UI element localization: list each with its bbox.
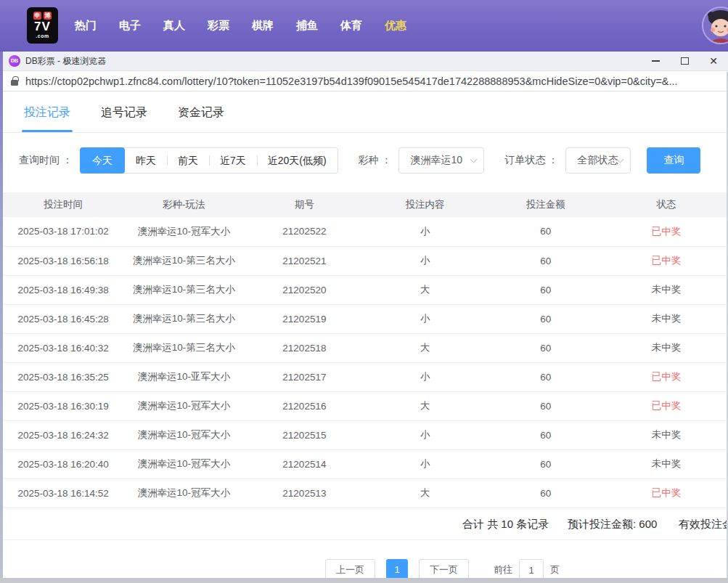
cell-bet-content: 小 — [364, 304, 485, 333]
cell-bet-content: 大 — [364, 478, 485, 507]
chevron-down-icon — [617, 155, 624, 163]
avatar-image — [703, 8, 728, 43]
cell-bet-content: 小 — [364, 420, 485, 449]
nav-item-优惠[interactable]: 优惠 — [385, 19, 406, 33]
cell-status: 未中奖 — [606, 333, 727, 362]
cell-bet-content: 大 — [364, 391, 485, 420]
tab-投注记录[interactable]: 投注记录 — [24, 91, 70, 133]
cell-bet-amount: 60 — [486, 333, 606, 362]
close-icon: ✕ — [709, 56, 718, 66]
maximize-button[interactable] — [670, 52, 699, 70]
status-filter-label: 订单状态 ： — [504, 154, 558, 167]
table-row: 2025-03-18 17:01:02澳洲幸运10-冠军大小21202522小6… — [3, 217, 727, 246]
cell-game-play: 澳洲幸运10-第三名大小 — [123, 304, 244, 333]
cell-game-play: 澳洲幸运10-冠军大小 — [123, 449, 244, 478]
site-logo[interactable]: 申 博 7V .com — [27, 7, 58, 44]
column-header-投注时间: 投注时间 — [3, 192, 123, 217]
summary-estimated-amount: 预计投注金额: 600 — [568, 518, 657, 531]
table-row: 2025-03-18 16:35:25澳洲幸运10-亚军大小21202517小6… — [3, 362, 727, 391]
table-row: 2025-03-18 16:24:32澳洲幸运10-冠军大小21202515小6… — [3, 420, 727, 449]
nav-item-彩票[interactable]: 彩票 — [208, 19, 229, 33]
nav-item-电子[interactable]: 电子 — [119, 19, 141, 33]
time-option-前天[interactable]: 前天 — [167, 148, 209, 173]
logo-badge-2: 博 — [44, 12, 52, 20]
bet-record-table: 投注时间彩种-玩法期号投注内容投注金额状态 2025-03-18 17:01:0… — [3, 192, 727, 508]
url-text[interactable]: https://ctop02pchwp1.zfnc84.com/lottery/… — [25, 76, 678, 87]
status-badge: 未中奖 — [652, 458, 682, 469]
cell-bet-time: 2025-03-18 16:40:32 — [3, 333, 123, 362]
window-controls: ✕ — [641, 52, 728, 70]
time-option-近20天(低频)[interactable]: 近20天(低频) — [257, 148, 338, 173]
tab-追号记录[interactable]: 追号记录 — [101, 91, 147, 133]
cell-bet-time: 2025-03-18 16:49:38 — [3, 275, 123, 304]
cell-bet-time: 2025-03-18 16:35:25 — [3, 362, 123, 391]
status-badge: 未中奖 — [652, 342, 682, 353]
summary-valid-amount: 有效投注金额 — [679, 518, 727, 531]
nav-item-捕鱼[interactable]: 捕鱼 — [296, 19, 318, 33]
nav-item-真人[interactable]: 真人 — [163, 19, 185, 33]
cell-issue-number: 21202516 — [244, 391, 364, 420]
browser-tab-icon: DB — [9, 55, 20, 67]
minimize-button[interactable] — [641, 52, 670, 70]
address-bar: https://ctop02pchwp1.zfnc84.com/lottery/… — [0, 71, 728, 91]
cell-status: 未中奖 — [606, 304, 727, 333]
time-option-今天[interactable]: 今天 — [80, 147, 125, 174]
cell-issue-number: 21202519 — [244, 304, 364, 333]
nav-item-棋牌[interactable]: 棋牌 — [252, 19, 274, 33]
order-status-select[interactable]: 全部状态 — [565, 147, 631, 174]
cell-bet-time: 2025-03-18 16:20:40 — [3, 449, 123, 478]
table-header-row: 投注时间彩种-玩法期号投注内容投注金额状态 — [3, 192, 727, 217]
table-row: 2025-03-18 16:40:32澳洲幸运10-第三名大小21202518大… — [3, 333, 727, 362]
cell-status: 已中奖 — [606, 391, 727, 420]
status-badge: 未中奖 — [652, 429, 682, 440]
table-row: 2025-03-18 16:45:28澳洲幸运10-第三名大小21202519小… — [3, 304, 727, 333]
cell-issue-number: 21202521 — [244, 246, 364, 275]
app-navbar: 申 博 7V .com 热门电子真人彩票棋牌捕鱼体育优惠 — [0, 0, 728, 52]
table-row: 2025-03-18 16:49:38澳洲幸运10-第三名大小21202520大… — [3, 275, 727, 304]
cell-bet-amount: 60 — [486, 246, 606, 275]
status-badge: 已中奖 — [652, 255, 682, 266]
status-badge: 已中奖 — [652, 487, 682, 498]
table-row: 2025-03-18 16:30:19澳洲幸运10-冠军大小21202516大6… — [3, 391, 727, 420]
cell-game-play: 澳洲幸运10-第三名大小 — [123, 333, 244, 362]
cell-bet-amount: 60 — [486, 275, 606, 304]
cell-bet-content: 小 — [364, 449, 485, 478]
close-button[interactable]: ✕ — [699, 52, 728, 70]
summary-bar: 合计 共 10 条记录 预计投注金额: 600 有效投注金额 — [3, 508, 727, 540]
cell-bet-time: 2025-03-18 16:24:32 — [3, 420, 123, 449]
column-header-期号: 期号 — [244, 192, 364, 217]
logo-badge-1: 申 — [33, 12, 41, 20]
cell-bet-amount: 60 — [486, 420, 606, 449]
status-select-value: 全部状态 — [577, 154, 618, 167]
page-content: 投注记录追号记录资金记录 查询时间 ： 今天昨天前天近7天近20天(低频) 彩种… — [3, 91, 727, 583]
cell-game-play: 澳洲幸运10-冠军大小 — [123, 478, 244, 507]
browser-titlebar: DB DB彩票 - 极速浏览器 ✕ — [0, 52, 728, 71]
cell-status: 已中奖 — [606, 246, 727, 275]
nav-item-热门[interactable]: 热门 — [75, 19, 97, 33]
search-button[interactable]: 查询 — [647, 147, 700, 174]
logo-text: 7V — [34, 20, 51, 33]
cell-game-play: 澳洲幸运10-亚军大小 — [123, 362, 244, 391]
cell-bet-content: 小 — [364, 246, 485, 275]
cell-bet-content: 小 — [364, 217, 485, 246]
horizontal-scrollbar[interactable] — [0, 578, 728, 583]
cell-game-play: 澳洲幸运10-冠军大小 — [123, 217, 244, 246]
bet-record-table-wrap: 投注时间彩种-玩法期号投注内容投注金额状态 2025-03-18 17:01:0… — [3, 192, 727, 508]
cell-issue-number: 21202520 — [244, 275, 364, 304]
table-row: 2025-03-18 16:14:52澳洲幸运10-冠军大小21202513大6… — [3, 478, 727, 507]
time-option-昨天[interactable]: 昨天 — [125, 148, 167, 173]
lottery-filter-label: 彩种 ： — [359, 154, 392, 167]
lottery-select[interactable]: 澳洲幸运10 — [398, 147, 484, 174]
user-avatar[interactable] — [702, 7, 728, 44]
chevron-down-icon — [470, 155, 478, 163]
cell-game-play: 澳洲幸运10-第三名大小 — [123, 246, 244, 275]
cell-status: 未中奖 — [606, 449, 727, 478]
cell-bet-amount: 60 — [486, 304, 606, 333]
time-option-近7天[interactable]: 近7天 — [209, 148, 257, 173]
logo-domain: .com — [36, 33, 49, 39]
time-filter-label: 查询时间 ： — [19, 154, 73, 167]
cell-bet-amount: 60 — [486, 391, 606, 420]
cell-bet-content: 大 — [364, 333, 485, 362]
nav-item-体育[interactable]: 体育 — [340, 19, 362, 33]
tab-资金记录[interactable]: 资金记录 — [178, 91, 224, 133]
